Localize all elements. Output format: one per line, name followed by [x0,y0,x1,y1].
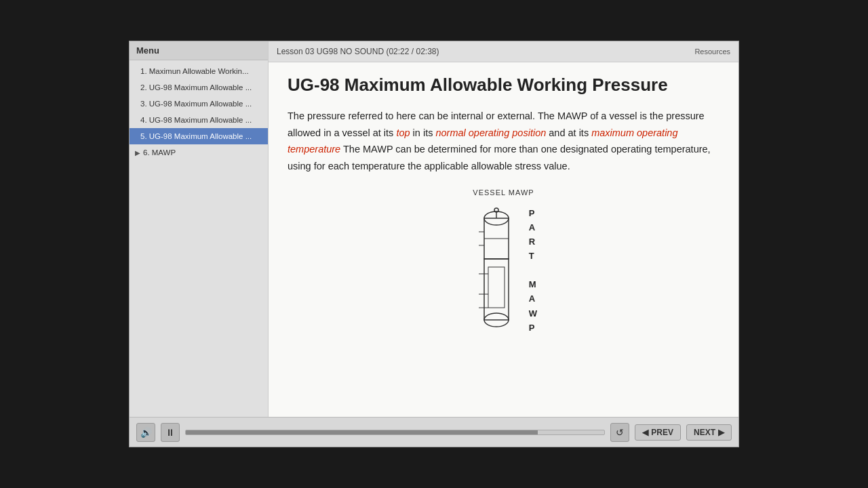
lesson-paragraph: The pressure referred to here can be int… [288,108,719,175]
content-header: Lesson 03 UG98 NO SOUND (02:22 / 02:38) … [269,41,738,62]
text-part4: The MAWP can be determined for more than… [288,144,711,171]
vessel-diagram: P A R T - M A W P [469,199,538,342]
lesson-info: Lesson 03 UG98 NO SOUND (02:22 / 02:38) [277,47,439,56]
label-t: T [529,251,538,261]
diagram-top-label: VESSEL MAWP [473,188,534,197]
main-area: Menu 1. Maximun Allowable Workin...2. UG… [130,41,738,417]
vessel-right-labels: P A R T - M A W P [529,199,538,342]
lesson-title-header: Lesson 03 UG98 NO SOUND [277,47,384,56]
vessel-svg [469,199,524,342]
svg-rect-6 [488,267,505,308]
lesson-time: (02:22 / 02:38) [386,47,439,56]
label-w: W [529,308,538,319]
sidebar-list: 1. Maximun Allowable Workin...2. UG-98 M… [130,60,268,417]
prev-arrow-icon: ◀ [642,428,648,437]
lesson-main-title: UG-98 Maximum Allowable Working Pressure [288,75,719,96]
progress-bar-fill [186,430,538,434]
content-body: UG-98 Maximum Allowable Working Pressure… [269,62,738,417]
expand-arrow-icon: ▶ [135,148,142,158]
diagram-container: VESSEL MAWP [288,188,719,342]
content-area: Lesson 03 UG98 NO SOUND (02:22 / 02:38) … [269,41,738,417]
svg-rect-5 [484,259,509,320]
pause-icon: ⏸ [165,427,175,438]
app-container: Menu 1. Maximun Allowable Workin...2. UG… [129,41,739,447]
diagram-inner: VESSEL MAWP [469,188,538,342]
resources-link[interactable]: Resources [694,47,730,56]
text-part3: and at its [549,127,591,138]
sidebar-item-4[interactable]: 4. UG-98 Maximum Allowable ... [130,112,268,128]
volume-button[interactable]: 🔊 [136,423,155,442]
sidebar-item-2[interactable]: 2. UG-98 Maximum Allowable ... [130,79,268,96]
label-a2: A [529,293,538,304]
text-part2: in its [413,127,436,138]
replay-button[interactable]: ↺ [610,423,629,442]
pause-button[interactable]: ⏸ [161,423,180,442]
progress-bar[interactable] [185,430,605,435]
next-arrow-icon: ▶ [718,428,724,437]
sidebar-item-3[interactable]: 3. UG-98 Maximum Allowable ... [130,96,268,112]
next-button[interactable]: NEXT ▶ [686,424,732,441]
sidebar-item-5[interactable]: 5. UG-98 Maximum Allowable ... [130,128,268,144]
label-p2: P [529,323,538,333]
text-italic2: normal operating position [435,127,546,138]
sidebar-item-1[interactable]: 1. Maximun Allowable Workin... [130,63,268,79]
replay-icon: ↺ [616,427,624,438]
volume-icon: 🔊 [140,427,152,438]
sidebar-header: Menu [130,41,268,60]
text-italic1: top [396,127,410,138]
label-p: P [529,208,538,218]
controls-bar: 🔊 ⏸ ↺ ◀ PREV NEXT ▶ [130,417,738,447]
label-a: A [529,222,538,232]
prev-button[interactable]: ◀ PREV [635,424,681,441]
sidebar-item-6[interactable]: ▶6. MAWP [130,144,268,161]
label-r: R [529,237,538,247]
label-m: M [529,279,538,289]
sidebar: Menu 1. Maximun Allowable Workin...2. UG… [130,41,269,417]
